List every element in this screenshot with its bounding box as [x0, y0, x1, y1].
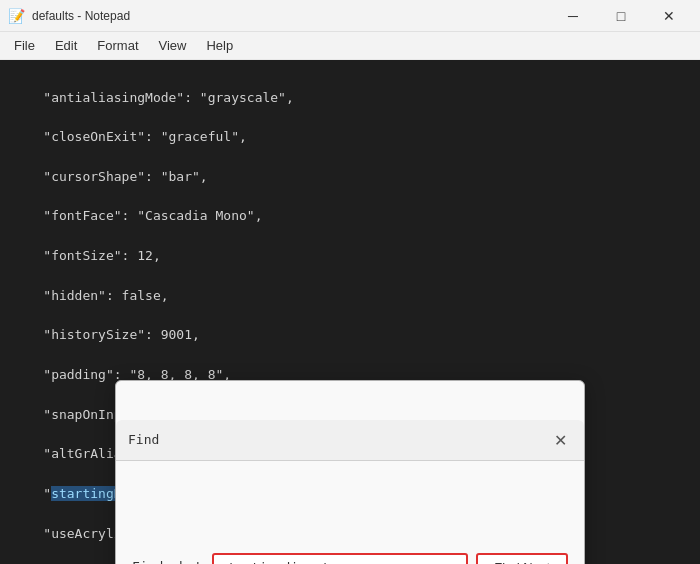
close-button[interactable]: ✕	[646, 0, 692, 32]
editor-line: "hidden": false,	[12, 286, 688, 306]
title-bar: 📝 defaults - Notepad ─ □ ✕	[0, 0, 700, 32]
find-dialog-close-button[interactable]: ✕	[548, 428, 572, 452]
menu-edit[interactable]: Edit	[45, 34, 87, 57]
editor-area[interactable]: "antialiasingMode": "grayscale", "closeO…	[0, 60, 700, 564]
menu-help[interactable]: Help	[196, 34, 243, 57]
window-title: defaults - Notepad	[32, 9, 550, 23]
editor-line: "antialiasingMode": "grayscale",	[12, 88, 688, 108]
find-what-input[interactable]	[212, 553, 468, 564]
menu-file[interactable]: File	[4, 34, 45, 57]
editor-line: "cursorShape": "bar",	[12, 167, 688, 187]
find-what-row: Find what Find Next	[132, 553, 568, 564]
maximize-button[interactable]: □	[598, 0, 644, 32]
find-dialog-body: Find what Find Next Match case Wrap arou…	[116, 500, 584, 564]
menu-view[interactable]: View	[149, 34, 197, 57]
find-dialog: Find ✕ Find what Find Next Match case Wr…	[115, 380, 585, 564]
app-icon: 📝	[8, 8, 24, 24]
find-dialog-title: Find	[128, 430, 159, 450]
editor-line: "closeOnExit": "graceful",	[12, 127, 688, 147]
window-controls: ─ □ ✕	[550, 0, 692, 32]
editor-line: "historySize": 9001,	[12, 325, 688, 345]
editor-line: "fontFace": "Cascadia Mono",	[12, 206, 688, 226]
find-next-button[interactable]: Find Next	[476, 553, 568, 564]
menu-bar: File Edit Format View Help	[0, 32, 700, 60]
editor-line: "fontSize": 12,	[12, 246, 688, 266]
menu-format[interactable]: Format	[87, 34, 148, 57]
find-dialog-header: Find ✕	[116, 420, 584, 461]
minimize-button[interactable]: ─	[550, 0, 596, 32]
find-what-label: Find what	[132, 557, 204, 564]
